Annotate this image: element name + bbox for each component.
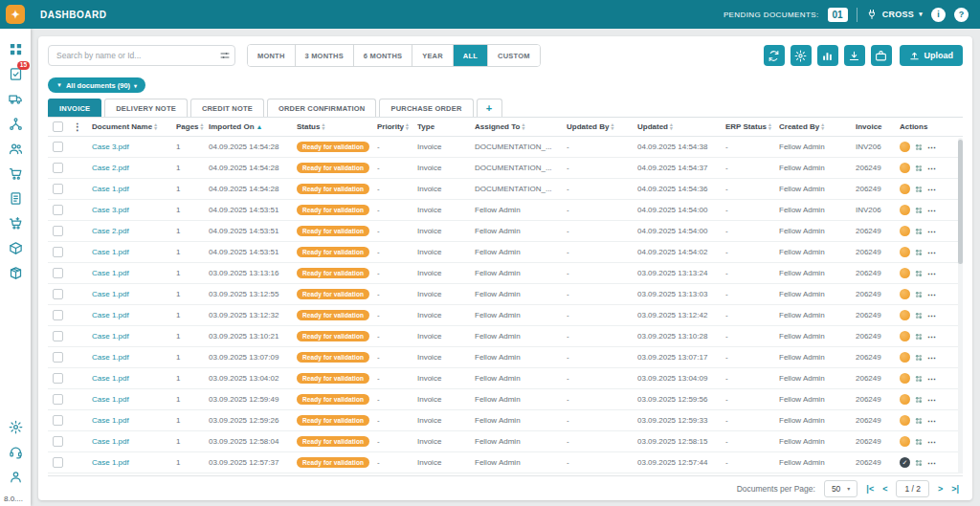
sidebar-item-profile[interactable] xyxy=(0,464,31,489)
row-checkbox[interactable] xyxy=(53,436,63,447)
document-link[interactable]: Case 1.pdf xyxy=(92,269,129,277)
sidebar-item-catalog[interactable] xyxy=(0,260,31,285)
row-checkbox[interactable] xyxy=(53,184,63,194)
row-checkbox[interactable] xyxy=(53,289,63,299)
table-row[interactable]: Case 1.pdf103.09.2025 12:57:37Ready for … xyxy=(48,452,963,473)
column-header-created-by[interactable]: Created By▴▾ xyxy=(779,122,856,131)
info-button[interactable]: i xyxy=(931,8,946,22)
erp-pending-icon[interactable] xyxy=(900,331,910,341)
sidebar-item-workflow[interactable] xyxy=(0,111,31,136)
document-link[interactable]: Case 1.pdf xyxy=(92,437,129,446)
settings-button[interactable] xyxy=(791,45,812,66)
table-row[interactable]: Case 1.pdf103.09.2025 13:10:21Ready for … xyxy=(48,326,963,347)
row-checkbox[interactable] xyxy=(53,163,63,173)
document-link[interactable]: Case 2.pdf xyxy=(92,227,129,235)
archive-button[interactable] xyxy=(871,45,892,66)
column-header-erp-status[interactable]: ERP Status▴▾ xyxy=(725,122,779,131)
column-header-assigned-to[interactable]: Assigned To▴▾ xyxy=(475,122,567,131)
integration-icon[interactable] xyxy=(914,206,924,215)
tab-purchase-order[interactable]: PURCHASE ORDER xyxy=(379,99,473,117)
table-row[interactable]: sv invoice (ay sois)210.09.2025 15:55:42… xyxy=(48,473,963,475)
sort-icon[interactable]: ▴▾ xyxy=(154,123,157,129)
row-checkbox[interactable] xyxy=(53,373,63,384)
tab-credit-note[interactable]: CREDIT NOTE xyxy=(190,99,264,117)
integration-icon[interactable] xyxy=(914,374,924,384)
table-row[interactable]: Case 1.pdf103.09.2025 13:12:32Ready for … xyxy=(48,305,963,326)
column-header-document-name[interactable]: Document Name▴▾ xyxy=(92,122,176,131)
column-header-updated[interactable]: Updated▴▾ xyxy=(637,122,725,131)
org-selector[interactable]: CROSS ▾ xyxy=(866,9,923,20)
date-filter-all[interactable]: ALL xyxy=(454,45,488,66)
row-menu-icon[interactable]: ⋯ xyxy=(927,227,937,236)
filter-sliders-icon[interactable] xyxy=(219,50,231,61)
document-link[interactable]: Case 2.pdf xyxy=(92,164,129,172)
erp-pending-icon[interactable] xyxy=(900,205,910,215)
per-page-select[interactable]: 50 ▾ xyxy=(824,480,858,497)
document-link[interactable]: Case 1.pdf xyxy=(92,395,129,404)
row-menu-icon[interactable]: ⋯ xyxy=(927,206,937,215)
row-menu-icon[interactable]: ⋯ xyxy=(927,311,937,320)
app-logo[interactable]: ✦ xyxy=(0,0,31,29)
sort-icon[interactable]: ▴▾ xyxy=(611,123,613,129)
erp-pending-icon[interactable] xyxy=(900,436,910,447)
document-link[interactable]: Case 1.pdf xyxy=(92,311,129,319)
erp-pending-icon[interactable] xyxy=(900,310,910,320)
search-input[interactable] xyxy=(48,45,235,66)
document-link[interactable]: Case 1.pdf xyxy=(92,458,129,467)
upload-button[interactable]: Upload xyxy=(900,45,964,66)
document-link[interactable]: Case 3.pdf xyxy=(92,206,129,214)
document-link[interactable]: Case 1.pdf xyxy=(92,332,129,341)
row-menu-icon[interactable]: ⋯ xyxy=(927,395,937,405)
sort-icon[interactable]: ▲ xyxy=(256,123,263,130)
erp-pending-icon[interactable] xyxy=(900,163,910,173)
sidebar-item-support[interactable] xyxy=(0,439,31,464)
table-row[interactable]: Case 2.pdf104.09.2025 14:53:51Ready for … xyxy=(48,221,963,242)
sort-icon[interactable]: ▴▾ xyxy=(322,123,324,129)
row-menu-icon[interactable]: ⋯ xyxy=(927,248,937,257)
sidebar-item-delivery[interactable] xyxy=(0,86,31,111)
row-checkbox[interactable] xyxy=(53,394,63,405)
row-checkbox[interactable] xyxy=(53,268,63,278)
help-button[interactable]: ? xyxy=(954,8,969,22)
row-checkbox[interactable] xyxy=(53,457,63,468)
row-menu-icon[interactable]: ⋯ xyxy=(927,332,937,341)
integration-icon[interactable] xyxy=(914,164,924,173)
sidebar-item-dashboard[interactable] xyxy=(0,36,31,61)
table-row[interactable]: Case 1.pdf104.09.2025 14:53:51Ready for … xyxy=(48,242,963,263)
erp-pending-icon[interactable] xyxy=(900,415,910,426)
sort-icon[interactable]: ▴▾ xyxy=(821,123,824,129)
row-checkbox[interactable] xyxy=(53,226,63,236)
table-row[interactable]: Case 1.pdf103.09.2025 12:59:26Ready for … xyxy=(48,410,963,431)
document-link[interactable]: Case 1.pdf xyxy=(92,374,129,383)
export-button[interactable] xyxy=(844,45,865,66)
integration-icon[interactable] xyxy=(914,143,924,152)
prev-page-button[interactable]: < xyxy=(882,484,887,494)
row-checkbox[interactable] xyxy=(53,205,63,215)
erp-pending-icon[interactable] xyxy=(900,352,910,363)
date-filter-custom[interactable]: CUSTOM xyxy=(488,45,540,66)
document-link[interactable]: Case 1.pdf xyxy=(92,248,129,256)
last-page-button[interactable]: >| xyxy=(951,484,959,494)
sidebar-item-tasks[interactable]: 15 xyxy=(0,61,31,86)
scrollbar-thumb[interactable] xyxy=(958,140,963,264)
integration-icon[interactable] xyxy=(914,290,924,299)
row-menu-icon[interactable]: ⋯ xyxy=(927,416,937,426)
erp-pending-icon[interactable] xyxy=(900,268,910,278)
table-row[interactable]: Case 1.pdf103.09.2025 13:12:55Ready for … xyxy=(48,284,963,305)
sync-button[interactable] xyxy=(764,45,785,66)
sidebar-item-cart[interactable] xyxy=(0,161,31,186)
tab-order-confirmation[interactable]: ORDER CONFIRMATION xyxy=(267,99,377,117)
pending-documents-count[interactable]: 01 xyxy=(828,8,848,22)
integration-icon[interactable] xyxy=(914,227,924,236)
row-menu-icon[interactable]: ⋯ xyxy=(927,164,937,173)
column-header-updated-by[interactable]: Updated By▴▾ xyxy=(567,122,637,131)
integration-icon[interactable] xyxy=(914,248,924,257)
integration-icon[interactable] xyxy=(914,269,924,278)
row-menu-icon[interactable]: ⋯ xyxy=(927,185,937,194)
tab-invoice[interactable]: INVOICE xyxy=(48,99,101,117)
column-header-status[interactable]: Status▴▾ xyxy=(297,122,377,131)
erp-pending-icon[interactable] xyxy=(900,394,910,405)
column-header-imported-on[interactable]: Imported On▲ xyxy=(209,122,297,131)
sidebar-item-users[interactable] xyxy=(0,136,31,161)
row-checkbox[interactable] xyxy=(53,352,63,363)
